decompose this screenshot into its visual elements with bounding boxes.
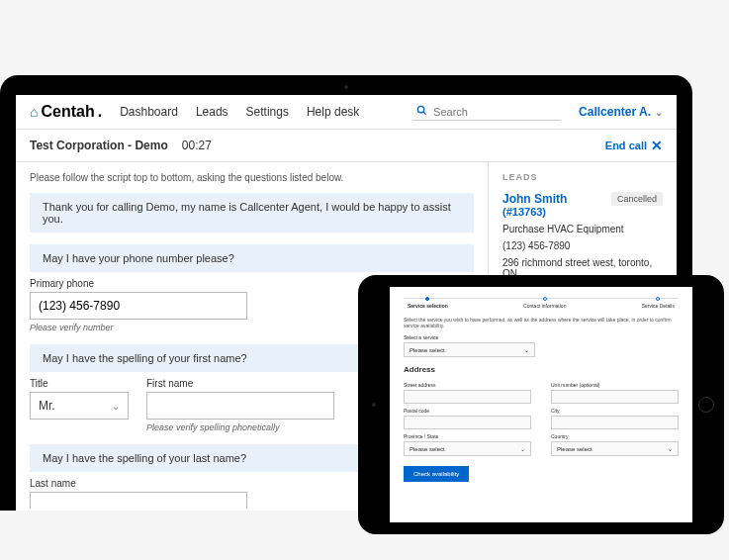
- postal-col: Postal code: [404, 404, 531, 429]
- end-call-label: End call: [605, 140, 647, 151]
- street-label: Street address: [404, 382, 531, 388]
- postal-label: Postal code: [404, 408, 531, 414]
- unit-input[interactable]: [551, 390, 679, 404]
- unit-col: Unit number (optional): [551, 378, 679, 404]
- step-dot-icon: [425, 297, 429, 301]
- city-input[interactable]: [551, 416, 679, 429]
- city-label: City: [551, 408, 679, 414]
- tablet-device: Service selection Contact information Se…: [358, 275, 724, 534]
- country-value: Please select: [557, 446, 592, 452]
- province-select[interactable]: Please select ⌄: [404, 441, 531, 456]
- service-select-value: Please select: [410, 347, 445, 353]
- country-col: Country Please select ⌄: [551, 429, 679, 456]
- lead-card[interactable]: Cancelled John Smith (#13763) Purchase H…: [502, 192, 663, 279]
- lead-id: (#13763): [502, 206, 663, 218]
- step-dot-icon: [656, 297, 660, 301]
- greeting-block: Thank you for calling Demo, my name is C…: [30, 193, 474, 233]
- street-col: Street address: [404, 378, 531, 404]
- address-row-3: Province / State Please select ⌄ Country…: [404, 429, 679, 456]
- street-input[interactable]: [404, 390, 531, 404]
- step-1-label: Service selection: [408, 303, 448, 309]
- province-col: Province / State Please select ⌄: [404, 429, 531, 456]
- instruction-text: Please follow the script top to bottom, …: [30, 172, 474, 183]
- search-input[interactable]: [433, 106, 557, 118]
- svg-point-0: [417, 106, 423, 112]
- search-box[interactable]: [412, 103, 561, 121]
- postal-input[interactable]: [404, 416, 531, 429]
- logo[interactable]: ⌂ Centah.: [30, 103, 102, 121]
- lead-service: Purchase HVAC Equipment: [502, 224, 663, 234]
- search-icon: [416, 105, 427, 118]
- firstname-input[interactable]: [146, 392, 334, 420]
- nav-settings[interactable]: Settings: [246, 105, 289, 119]
- brand-name: Centah: [41, 103, 94, 121]
- tablet-description: Select the service you wish to have perf…: [404, 317, 679, 328]
- breadcrumb: Test Corporation - Demo: [30, 139, 168, 152]
- tablet-screen: Service selection Contact information Se…: [390, 287, 692, 522]
- province-label: Province / State: [404, 433, 531, 439]
- lastname-input[interactable]: [30, 492, 247, 509]
- firstname-label: First name: [146, 378, 334, 389]
- nav-leads[interactable]: Leads: [196, 105, 228, 119]
- title-col: Title Mr. ⌄: [30, 372, 129, 432]
- script-greeting: Thank you for calling Demo, my name is C…: [30, 193, 474, 233]
- title-value: Mr.: [39, 399, 55, 413]
- stepper: Service selection Contact information Se…: [404, 297, 679, 309]
- call-timer: 00:27: [182, 139, 212, 152]
- laptop-camera: [344, 85, 348, 89]
- script-phone: May I have your phone number please?: [30, 244, 474, 272]
- step-contact[interactable]: Contact information: [519, 297, 570, 309]
- chevron-down-icon: ⌄: [668, 445, 673, 452]
- user-name: Callcenter A.: [579, 105, 651, 119]
- tablet-camera: [372, 403, 376, 407]
- step-3-label: Service Details: [642, 303, 675, 309]
- city-col: City: [551, 404, 679, 429]
- step-details[interactable]: Service Details: [638, 297, 679, 309]
- check-availability-button[interactable]: Check availability: [404, 466, 469, 482]
- select-service-label: Select a service: [404, 334, 679, 340]
- header: ⌂ Centah. Dashboard Leads Settings Help …: [16, 95, 677, 130]
- lead-status-badge: Cancelled: [611, 192, 663, 206]
- country-select[interactable]: Please select ⌄: [551, 441, 679, 456]
- nav-helpdesk[interactable]: Help desk: [307, 105, 359, 119]
- close-icon: ✕: [651, 138, 663, 153]
- unit-label: Unit number (optional): [551, 382, 679, 388]
- address-row-2: Postal code City: [404, 404, 679, 429]
- brand-dot: .: [98, 103, 102, 121]
- step-dot-icon: [543, 297, 547, 301]
- service-select[interactable]: Please select ⌄: [404, 342, 535, 357]
- svg-line-1: [423, 112, 426, 115]
- step-service[interactable]: Service selection: [404, 297, 452, 309]
- tablet-home-button[interactable]: [698, 397, 714, 413]
- user-menu[interactable]: Callcenter A. ⌄: [579, 105, 663, 119]
- call-bar: Test Corporation - Demo 00:27 End call ✕: [16, 130, 677, 162]
- leads-heading: LEADS: [502, 172, 663, 182]
- firstname-col: First name Please verify spelling phonet…: [146, 372, 334, 432]
- province-value: Please select: [410, 446, 445, 452]
- address-row-1: Street address Unit number (optional): [404, 378, 679, 404]
- end-call-button[interactable]: End call ✕: [605, 138, 663, 153]
- verify-spelling-hint-1: Please verify spelling phonetically: [146, 422, 334, 432]
- chevron-down-icon: ⌄: [524, 346, 529, 353]
- house-icon: ⌂: [30, 104, 38, 120]
- country-label: Country: [551, 433, 679, 439]
- chevron-down-icon: ⌄: [520, 445, 525, 452]
- step-2-label: Contact information: [523, 303, 566, 309]
- primary-phone-input[interactable]: [30, 292, 247, 320]
- address-section-title: Address: [404, 365, 679, 374]
- nav-dashboard[interactable]: Dashboard: [120, 105, 178, 119]
- lead-phone: (123) 456-7890: [502, 240, 663, 251]
- chevron-down-icon: ⌄: [655, 107, 663, 118]
- chevron-down-icon: ⌄: [112, 401, 120, 412]
- title-select[interactable]: Mr. ⌄: [30, 392, 129, 420]
- title-label: Title: [30, 378, 129, 389]
